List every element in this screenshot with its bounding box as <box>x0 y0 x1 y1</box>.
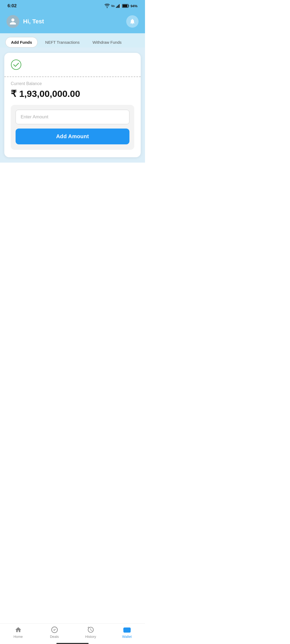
dashed-separator <box>4 76 141 77</box>
status-time: 6:02 <box>8 3 17 9</box>
svg-rect-1 <box>117 6 118 8</box>
tab-add-funds[interactable]: Add Funds <box>5 37 38 47</box>
greeting-text: Hi, Test <box>23 18 44 25</box>
tab-withdraw-funds[interactable]: Withdraw Funds <box>87 37 127 47</box>
tab-neft-transactions[interactable]: NEFT Transactions <box>40 37 85 47</box>
svg-rect-0 <box>116 7 117 8</box>
status-bar: 6:02 Vo 94% <box>0 0 145 12</box>
battery-icon <box>122 4 129 8</box>
check-circle-icon <box>11 59 21 70</box>
notification-bell-button[interactable] <box>126 15 139 28</box>
main-content: Current Balance ₹ 1,93,00,000.00 Add Amo… <box>0 47 145 163</box>
add-amount-button[interactable]: Add Amount <box>16 129 129 144</box>
battery-percent: 94% <box>130 4 137 8</box>
balance-amount: ₹ 1,93,00,000.00 <box>11 88 134 99</box>
svg-point-7 <box>11 60 21 69</box>
content-spacer <box>0 163 145 281</box>
bell-icon <box>129 18 136 25</box>
header: Hi, Test <box>0 12 145 33</box>
svg-rect-6 <box>122 5 127 7</box>
avatar <box>6 15 19 28</box>
svg-rect-3 <box>119 4 120 8</box>
wifi-icon <box>104 4 110 8</box>
svg-rect-4 <box>120 4 121 8</box>
header-left: Hi, Test <box>6 15 44 28</box>
tabs-container: Add Funds NEFT Transactions Withdraw Fun… <box>0 33 145 47</box>
balance-label: Current Balance <box>11 81 134 86</box>
add-funds-form: Add Amount <box>11 105 134 150</box>
balance-card: Current Balance ₹ 1,93,00,000.00 Add Amo… <box>4 53 141 157</box>
svg-rect-2 <box>118 5 119 8</box>
signal-icon <box>116 4 121 8</box>
volte-icon: Vo <box>111 4 115 8</box>
status-icons: Vo 94% <box>104 4 137 8</box>
amount-input[interactable] <box>16 110 129 124</box>
